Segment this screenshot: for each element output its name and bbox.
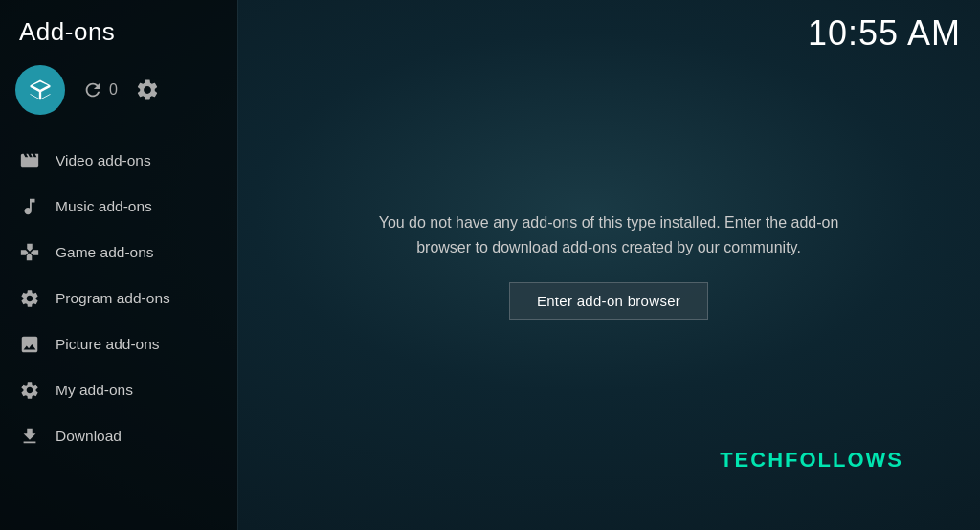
sidebar-item-label: Music add-ons [56, 198, 152, 215]
my-addons-icon [19, 380, 40, 401]
download-icon [19, 426, 40, 447]
sidebar-item-program-addons[interactable]: Program add-ons [0, 276, 237, 321]
sidebar-item-label: Game add-ons [56, 244, 154, 261]
sidebar-item-label: My add-ons [56, 382, 133, 399]
empty-message: You do not have any add-ons of this type… [360, 210, 858, 259]
watermark: TECHFOLLOWS [720, 448, 903, 473]
sidebar: 0 Video add-ons Music add-ons [0, 0, 237, 530]
time-display: 10:55 AM [808, 13, 961, 54]
sidebar-item-picture-addons[interactable]: Picture add-ons [0, 321, 237, 367]
refresh-count: 0 [109, 81, 118, 99]
sidebar-item-label: Program add-ons [56, 290, 170, 307]
sidebar-divider [237, 0, 238, 530]
settings-icon-button[interactable] [135, 77, 160, 102]
enter-browser-button[interactable]: Enter add-on browser [509, 282, 708, 320]
game-icon [19, 242, 40, 263]
video-icon [19, 150, 40, 171]
sidebar-item-label: Video add-ons [56, 152, 151, 169]
gear-icon [135, 77, 160, 102]
sidebar-item-download[interactable]: Download [0, 413, 237, 459]
sidebar-item-game-addons[interactable]: Game add-ons [0, 230, 237, 276]
music-icon [19, 196, 40, 217]
sidebar-item-video-addons[interactable]: Video add-ons [0, 138, 237, 184]
refresh-group[interactable]: 0 [82, 79, 118, 100]
sidebar-item-my-addons[interactable]: My add-ons [0, 367, 237, 413]
sidebar-item-label: Picture add-ons [56, 336, 160, 353]
picture-icon [19, 334, 40, 355]
program-icon [19, 288, 40, 309]
sidebar-item-label: Download [56, 428, 122, 445]
sidebar-nav: Video add-ons Music add-ons Game add-ons… [0, 138, 237, 459]
refresh-icon [82, 79, 103, 100]
sidebar-item-music-addons[interactable]: Music add-ons [0, 184, 237, 230]
addon-box-icon-button[interactable] [15, 65, 65, 115]
box-icon [27, 77, 54, 103]
page-title: Add-ons [19, 17, 115, 47]
